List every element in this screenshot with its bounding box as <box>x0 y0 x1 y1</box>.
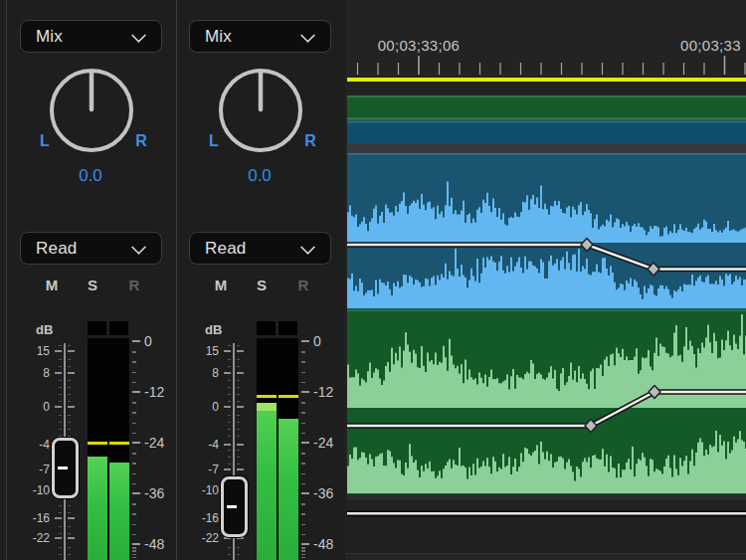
fader-minor-tick <box>228 380 231 381</box>
fader-scale-label: -22 <box>24 531 50 545</box>
fader-minor-tick <box>59 554 62 555</box>
timeline-panel[interactable]: 00;03;33;06 00;03;33 <box>345 0 746 560</box>
fader-minor-tick <box>68 401 71 402</box>
meter-minor-tick <box>301 361 305 363</box>
fader-minor-tick <box>68 429 71 430</box>
track-output-dropdown[interactable]: Mix <box>20 20 162 53</box>
meter-bar <box>109 463 129 560</box>
meter-minor-tick <box>132 557 136 559</box>
meter-bar <box>279 419 298 560</box>
fader-minor-tick <box>59 394 62 395</box>
fader-tick <box>237 468 244 470</box>
meter-minor-tick <box>132 524 136 526</box>
mute-button[interactable]: M <box>40 277 64 293</box>
fader-tick <box>68 406 75 408</box>
fader-tick <box>237 350 244 352</box>
fader-tick <box>55 537 62 539</box>
fader-tick <box>237 537 244 539</box>
fader-tick <box>237 444 244 446</box>
fader-minor-tick <box>68 415 71 416</box>
fader-minor-tick <box>68 359 71 360</box>
level-meter <box>257 338 298 560</box>
fader-minor-tick <box>237 450 240 451</box>
fader-tick <box>55 517 62 519</box>
record-arm-button[interactable]: R <box>291 277 315 293</box>
fader-minor-tick <box>237 415 240 416</box>
meter-scale-tick <box>301 543 309 545</box>
panel-edge-divider <box>6 0 7 560</box>
clip-indicator-right <box>279 321 297 335</box>
meter-bar <box>257 403 277 560</box>
meter-minor-tick <box>132 483 136 485</box>
pan-right-label: R <box>301 132 319 150</box>
fader-minor-tick <box>228 429 231 430</box>
fader-minor-tick <box>237 436 240 437</box>
fader-scale-label: 0 <box>24 400 50 414</box>
fader-tick <box>55 350 62 352</box>
meter-minor-tick <box>301 453 305 455</box>
fader-minor-tick <box>228 422 231 423</box>
chevron-down-icon <box>131 240 147 256</box>
fader-minor-tick <box>59 498 62 499</box>
meter-peak-indicator <box>109 442 129 445</box>
meter-minor-tick <box>301 534 305 536</box>
fader-minor-tick <box>68 380 71 381</box>
clip-indicator-right <box>109 321 128 335</box>
fader-scale-label: -16 <box>193 511 219 525</box>
meter-scale-tick <box>132 442 140 444</box>
fader-tick <box>55 406 62 408</box>
meter-minor-tick <box>132 361 136 363</box>
record-arm-button[interactable]: R <box>122 277 146 293</box>
meter-peak-indicator <box>257 395 277 398</box>
meter-minor-tick <box>301 412 305 414</box>
fader-minor-tick <box>228 554 231 555</box>
chevron-down-icon <box>300 28 316 44</box>
pan-value[interactable]: 0.0 <box>36 166 145 186</box>
pan-knob[interactable] <box>211 61 310 160</box>
automation-mode-dropdown[interactable]: Read <box>189 232 331 265</box>
volume-fader-handle[interactable] <box>52 438 79 498</box>
track-output-value: Mix <box>205 27 232 47</box>
meter-bar-highlight <box>257 403 277 411</box>
volume-fader-handle[interactable] <box>221 476 248 537</box>
pan-knob[interactable] <box>42 61 141 160</box>
meter-bar <box>88 457 107 560</box>
meter-minor-tick <box>132 463 136 465</box>
fader-minor-tick <box>228 401 231 402</box>
meter-minor-tick <box>132 513 136 515</box>
fader-minor-tick <box>237 464 240 465</box>
fader-grip-line <box>227 505 237 509</box>
channel-strip-divider <box>176 0 177 560</box>
fader-tick <box>55 372 62 374</box>
clip-indicator-left <box>88 321 106 335</box>
fader-minor-tick <box>59 547 62 548</box>
meter-minor-tick <box>132 547 136 549</box>
meter-minor-tick <box>132 351 136 353</box>
track-output-dropdown[interactable]: Mix <box>189 20 331 53</box>
pan-value[interactable]: 0.0 <box>205 166 314 186</box>
mixer-channel-strip-1: Mix L R 0.0 Read M S R dB 1580-4-7-10-16… <box>0 0 169 560</box>
fader-tick <box>68 372 75 374</box>
meter-minor-tick <box>132 503 136 505</box>
fader-minor-tick <box>59 359 62 360</box>
meter-scale-tick <box>301 442 309 444</box>
meter-minor-tick <box>301 503 305 505</box>
fader-minor-tick <box>237 429 240 430</box>
meter-minor-tick <box>301 372 305 374</box>
fader-minor-tick <box>68 554 71 555</box>
meter-minor-tick <box>132 554 136 556</box>
fader-minor-tick <box>59 415 62 416</box>
automation-mode-value: Read <box>36 239 77 259</box>
fader-scale-label: -4 <box>24 438 50 452</box>
meter-minor-tick <box>132 382 136 384</box>
solo-button[interactable]: S <box>250 277 274 293</box>
automation-mode-dropdown[interactable]: Read <box>20 232 162 265</box>
fader-minor-tick <box>68 387 71 388</box>
fader-minor-tick <box>228 387 231 388</box>
meter-scale-tick <box>301 391 309 393</box>
fader-tick <box>224 468 231 470</box>
mixer-channel-strip-2: Mix L R 0.0 Read M S R dB 1580-4-7-10-16… <box>169 0 338 560</box>
solo-button[interactable]: S <box>81 277 104 293</box>
fader-minor-tick <box>68 533 71 534</box>
mute-button[interactable]: M <box>209 277 233 293</box>
